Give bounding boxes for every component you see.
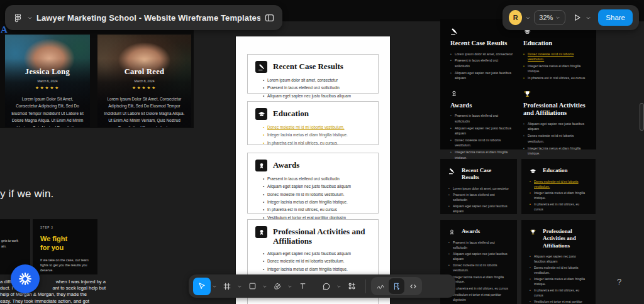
bullet-item: In pharetra est in nisl ultrices, eu cur… <box>530 202 587 212</box>
medal-icon <box>255 226 267 238</box>
section-recent-case-results[interactable]: Recent Case Results Lorem ipsum dolor si… <box>247 54 379 94</box>
bullet-item: Aliquam eget sapien nec justo faucibus a… <box>263 93 370 99</box>
bullet-item: Donec molestie mi id mi lobortis vestibu… <box>450 138 513 148</box>
gavel-icon <box>450 28 513 36</box>
bullet-item: Praesent in lacus eleifend orci sollicit… <box>263 85 370 91</box>
star-rating: ★★★★★ <box>11 85 84 90</box>
wireframe-page-canvas-frame[interactable]: Recent Case Results Lorem ipsum dolor si… <box>236 36 390 304</box>
bullet-item: Donec molestie mi id mi lobortis vestibu… <box>530 266 587 276</box>
draw-annotation-icon[interactable] <box>372 278 388 294</box>
section-title: Recent Case Results <box>273 62 343 72</box>
section-title: Education <box>273 109 309 119</box>
bullet-item: Integer lacinia metus et diam fringilla … <box>523 146 586 156</box>
play-icon[interactable] <box>572 13 582 23</box>
frame-tool-icon[interactable] <box>218 278 236 295</box>
pen-tool-icon[interactable] <box>269 278 286 295</box>
bullet-item: Praesent in lacus eleifend orci sollicit… <box>448 193 509 203</box>
help-link[interactable]: ? <box>617 277 621 286</box>
text-tool-icon[interactable] <box>294 278 311 295</box>
chevron-down-icon[interactable] <box>212 284 217 289</box>
trophy-icon <box>523 90 586 98</box>
testimonial-name: Jessica Long <box>11 67 84 77</box>
card-recent-case-results[interactable]: Recent Case Results Lorem ipsum dolor si… <box>440 159 517 214</box>
education-link[interactable]: Donec molestie mi id mi lobortis vestibu… <box>267 125 344 129</box>
bullet-list: Lorem ipsum dolor sit amet, consecteturP… <box>255 77 370 99</box>
step-3-card[interactable]: STEP 3 We fight for you If we take on th… <box>33 219 97 274</box>
bullet-item: In pharetra est in nisl ultrices, eu cur… <box>263 140 370 146</box>
annotate-dev-group <box>371 277 422 295</box>
testimonial-body: Lorem Ipsum Dolor Sit Amet, Consectetur … <box>11 95 84 127</box>
bullet-item: Aliquam eget sapien nec justo faucibus a… <box>263 251 370 257</box>
gavel-icon <box>255 61 267 73</box>
move-tool-icon[interactable] <box>193 278 211 295</box>
testimonial-body: Lorem Ipsum Dolor Sit Amet, Consectetur … <box>103 95 186 127</box>
bullet-item: Aliquam eget sapien nec justo faucibus a… <box>530 254 587 264</box>
bullet-list: Donec molestie mi id mi lobortis vestibu… <box>530 180 587 190</box>
chevron-down-icon <box>555 15 560 20</box>
chevron-down-icon[interactable] <box>336 284 341 289</box>
bullet-item: Integer lacinia metus et diam fringilla … <box>530 277 587 287</box>
bullet-item: Integer lacinia metus et diam fringilla … <box>263 132 370 138</box>
graduation-cap-icon <box>255 108 267 120</box>
bullet-item: Aliquam eget sapien nec justo faucibus a… <box>448 252 509 262</box>
section-title: Professional Activities and Affiliations <box>273 227 367 246</box>
education-link[interactable]: Donec molestie mi id mi lobortis vestibu… <box>528 52 574 61</box>
zoom-level-select[interactable]: 32% <box>534 10 565 25</box>
share-button[interactable]: Share <box>598 9 633 26</box>
bullet-list: Lorem ipsum dolor sit amet, consecteturP… <box>450 52 513 81</box>
bullet-item: Aliquam eget sapien nec justo faucibus a… <box>263 183 370 190</box>
sidebar-toggle-icon[interactable] <box>264 13 275 23</box>
stub-line: gets to work <box>1 238 30 244</box>
bullet-item: Praesent in lacus eleifend orci sollicit… <box>448 241 509 251</box>
chevron-down-icon[interactable] <box>525 15 531 21</box>
chevron-down-icon[interactable] <box>287 284 292 289</box>
dark-resume-panel-frame[interactable]: Recent Case Results Lorem ipsum dolor si… <box>440 19 596 149</box>
bullet-item: Lorem ipsum dolor sit amet, consectetur <box>263 77 370 84</box>
avatar[interactable]: R <box>509 10 522 25</box>
file-toolbar: Lawyer Marketing School - Website Wirefr… <box>5 5 282 30</box>
ai-spark-button[interactable] <box>11 264 40 293</box>
actions-tool-icon[interactable] <box>343 278 360 295</box>
chevron-down-icon[interactable] <box>27 15 33 21</box>
step-title-line: We fight <box>40 234 90 243</box>
testimonial-card[interactable]: Carol Reed March 8, 2024 ★★★★★ Lorem Ips… <box>97 35 191 127</box>
bullet-item: Donec molestie mi id mi lobortis vestibu… <box>523 133 586 144</box>
step-title-line: for you <box>40 243 90 252</box>
measure-annotation-icon[interactable] <box>389 278 404 294</box>
bullet-item: Donec molestie mi id mi lobortis vestibu… <box>448 263 509 273</box>
bullet-item: In pharetra est in nisl ultrices, eu cur… <box>448 286 509 291</box>
shape-tool-icon[interactable] <box>243 278 261 295</box>
vertical-scrollbar-thumb[interactable] <box>640 103 644 131</box>
card-title: Education <box>543 167 568 174</box>
testimonial-card[interactable]: Jessica Long March 6, 2024 ★★★★★ Lorem I… <box>5 35 90 127</box>
bullet-item: Aliquam eget sapien nec justo faucibus a… <box>450 70 513 81</box>
figma-logo-icon[interactable] <box>13 13 23 23</box>
comment-tool-icon[interactable] <box>318 278 335 295</box>
bullet-list: Integer lacinia metus et diam fringilla … <box>523 63 586 81</box>
card-professional-activities[interactable]: Professional Activities and Affiliations… <box>521 220 596 304</box>
gavel-icon <box>448 168 455 175</box>
card-title: Recent Case Results <box>462 167 509 182</box>
medal-icon <box>448 229 455 236</box>
panel-section-title: Recent Case Results <box>450 40 513 48</box>
chevron-down-icon[interactable] <box>237 284 242 289</box>
card-education[interactable]: Education Donec molestie mi id mi lobort… <box>521 159 596 214</box>
zoom-level-value: 32% <box>539 14 553 21</box>
bullet-item: Integer lacinia metus et diam fringilla … <box>263 266 370 273</box>
bullet-item: Donec molestie mi id mi lobortis vestibu… <box>263 258 370 264</box>
bullet-item: Praesent in lacus eleifend orci sollicit… <box>450 113 513 124</box>
chevron-down-icon[interactable] <box>586 15 591 21</box>
step-label: STEP 3 <box>40 226 90 229</box>
bullet-item: Aliquam eget sapien nec justo faucibus a… <box>523 121 586 132</box>
dev-mode-code-icon[interactable] <box>405 278 421 294</box>
bullet-list: Integer lacinia metus et diam fringilla … <box>530 191 587 212</box>
bullet-item: In pharetra est in nisl ultrices, eu cur… <box>263 207 370 213</box>
section-awards[interactable]: Awards Praesent in lacus eleifend orci s… <box>247 153 379 214</box>
section-education[interactable]: Education Donec molestie mi id mi lobort… <box>247 101 379 145</box>
bullet-list: Lorem ipsum dolor sit amet, consecteturP… <box>448 187 509 214</box>
hero-headline-fragment: y if we win. <box>0 188 54 200</box>
chevron-down-icon[interactable] <box>262 284 267 289</box>
bullet-item: Lorem ipsum dolor sit amet, consectetur <box>448 187 509 192</box>
file-title[interactable]: Lawyer Marketing School - Website Wirefr… <box>36 13 260 23</box>
education-link[interactable]: Donec molestie mi id mi lobortis vestibu… <box>534 180 579 188</box>
